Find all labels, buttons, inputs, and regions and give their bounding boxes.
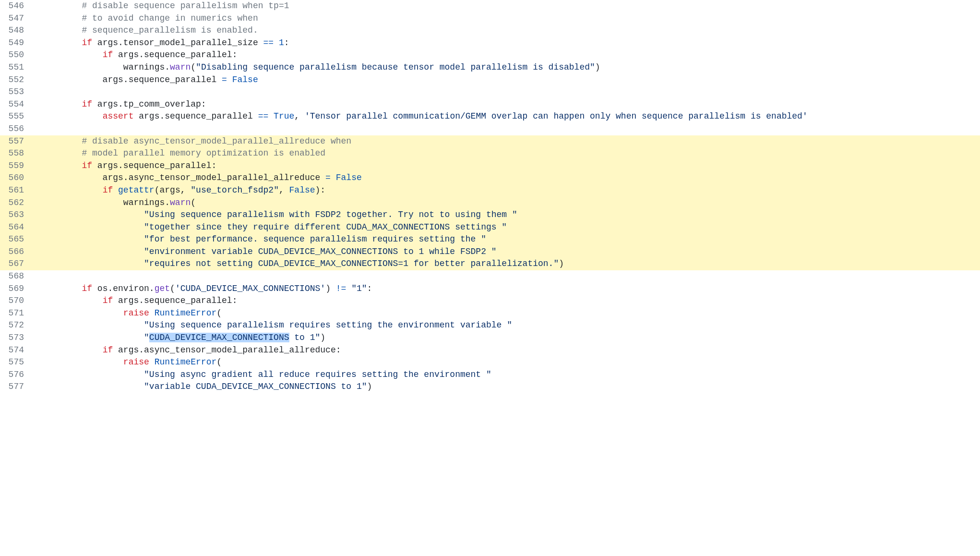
code-line[interactable]: 567 "requires not setting CUDA_DEVICE_MA…: [0, 258, 980, 270]
code-line[interactable]: 547 # to avoid change in numerics when: [0, 12, 980, 25]
code-line[interactable]: 555 assert args.sequence_parallel == Tru…: [0, 110, 980, 123]
line-number[interactable]: 564: [0, 221, 35, 234]
line-content[interactable]: "for best performance. sequence parallel…: [35, 233, 980, 246]
code-line[interactable]: 546 # disable sequence parallelism when …: [0, 0, 980, 12]
line-content[interactable]: # disable async_tensor_model_parallel_al…: [35, 135, 980, 148]
line-number[interactable]: 571: [0, 307, 35, 320]
code-line[interactable]: 550 if args.sequence_parallel:: [0, 49, 980, 61]
code-line[interactable]: 574 if args.async_tensor_model_parallel_…: [0, 344, 980, 357]
code-line[interactable]: 561 if getattr(args, "use_torch_fsdp2", …: [0, 184, 980, 197]
line-number[interactable]: 559: [0, 160, 35, 172]
code-line[interactable]: 577 "variable CUDA_DEVICE_MAX_CONNECTION…: [0, 381, 980, 393]
line-content[interactable]: "CUDA_DEVICE_MAX_CONNECTIONS to 1"): [35, 332, 980, 344]
line-number[interactable]: 548: [0, 24, 35, 37]
line-number[interactable]: 558: [0, 147, 35, 160]
line-number[interactable]: 567: [0, 258, 35, 270]
line-content[interactable]: if os.environ.get('CUDA_DEVICE_MAX_CONNE…: [35, 283, 980, 295]
code-line[interactable]: 565 "for best performance. sequence para…: [0, 233, 980, 246]
code-line[interactable]: 564 "together since they require differe…: [0, 221, 980, 234]
line-number[interactable]: 563: [0, 209, 35, 221]
line-number[interactable]: 560: [0, 172, 35, 184]
line-number[interactable]: 568: [0, 270, 35, 283]
line-content[interactable]: if args.sequence_parallel:: [35, 160, 980, 172]
line-number[interactable]: 561: [0, 184, 35, 197]
line-content[interactable]: "variable CUDA_DEVICE_MAX_CONNECTIONS to…: [35, 381, 980, 393]
line-content[interactable]: if args.async_tensor_model_parallel_allr…: [35, 344, 980, 357]
code-line[interactable]: 563 "Using sequence parallelism with FSD…: [0, 209, 980, 221]
code-line[interactable]: 556: [0, 123, 980, 135]
code-line[interactable]: 553: [0, 86, 980, 98]
line-number[interactable]: 553: [0, 86, 35, 98]
line-number[interactable]: 546: [0, 0, 35, 12]
line-number[interactable]: 549: [0, 37, 35, 49]
line-number[interactable]: 556: [0, 123, 35, 135]
code-line[interactable]: 573 "CUDA_DEVICE_MAX_CONNECTIONS to 1"): [0, 332, 980, 344]
code-line[interactable]: 571 raise RuntimeError(: [0, 307, 980, 320]
code-line[interactable]: 562 warnings.warn(: [0, 197, 980, 209]
line-content[interactable]: if args.tensor_model_parallel_size == 1:: [35, 37, 980, 49]
code-line[interactable]: 570 if args.sequence_parallel:: [0, 295, 980, 307]
code-viewer[interactable]: 546 # disable sequence parallelism when …: [0, 0, 980, 393]
line-content[interactable]: # sequence_parallelism is enabled.: [35, 24, 980, 37]
code-line[interactable]: 549 if args.tensor_model_parallel_size =…: [0, 37, 980, 49]
code-line[interactable]: 566 "environment variable CUDA_DEVICE_MA…: [0, 246, 980, 258]
line-content[interactable]: if args.sequence_parallel:: [35, 295, 980, 307]
line-content[interactable]: # to avoid change in numerics when: [35, 12, 980, 25]
code-line[interactable]: 575 raise RuntimeError(: [0, 356, 980, 369]
line-content[interactable]: [35, 270, 980, 283]
line-number[interactable]: 573: [0, 332, 35, 344]
line-content[interactable]: if args.tp_comm_overlap:: [35, 98, 980, 111]
line-number[interactable]: 555: [0, 110, 35, 123]
line-content[interactable]: if args.sequence_parallel:: [35, 49, 980, 61]
line-content[interactable]: raise RuntimeError(: [35, 307, 980, 320]
line-content[interactable]: "Using sequence parallelism with FSDP2 t…: [35, 209, 980, 221]
line-content[interactable]: "requires not setting CUDA_DEVICE_MAX_CO…: [35, 258, 980, 270]
line-number[interactable]: 572: [0, 319, 35, 332]
line-number[interactable]: 562: [0, 197, 35, 209]
code-line[interactable]: 551 warnings.warn("Disabling sequence pa…: [0, 61, 980, 74]
line-content[interactable]: "Using async gradient all reduce require…: [35, 369, 980, 381]
line-content[interactable]: args.sequence_parallel = False: [35, 74, 980, 86]
line-number[interactable]: 577: [0, 381, 35, 393]
line-content[interactable]: if getattr(args, "use_torch_fsdp2", Fals…: [35, 184, 980, 197]
line-number[interactable]: 547: [0, 12, 35, 25]
code-line[interactable]: 558 # model parallel memory optimization…: [0, 147, 980, 160]
code-line[interactable]: 569 if os.environ.get('CUDA_DEVICE_MAX_C…: [0, 283, 980, 295]
code-token: [40, 370, 144, 379]
line-number[interactable]: 574: [0, 344, 35, 357]
line-number[interactable]: 557: [0, 135, 35, 148]
line-content[interactable]: # model parallel memory optimization is …: [35, 147, 980, 160]
line-content[interactable]: [35, 123, 980, 135]
code-line[interactable]: 560 args.async_tensor_model_parallel_all…: [0, 172, 980, 184]
line-number[interactable]: 551: [0, 61, 35, 74]
code-line[interactable]: 557 # disable async_tensor_model_paralle…: [0, 135, 980, 148]
code-line[interactable]: 572 "Using sequence parallelism requires…: [0, 319, 980, 332]
code-line[interactable]: 552 args.sequence_parallel = False: [0, 74, 980, 86]
line-number[interactable]: 570: [0, 295, 35, 307]
line-number[interactable]: 550: [0, 49, 35, 61]
line-content[interactable]: "together since they require different C…: [35, 221, 980, 234]
code-token: [40, 296, 103, 305]
line-content[interactable]: [35, 86, 980, 98]
line-content[interactable]: raise RuntimeError(: [35, 356, 980, 369]
line-content[interactable]: warnings.warn("Disabling sequence parall…: [35, 61, 980, 74]
line-number[interactable]: 554: [0, 98, 35, 111]
line-number[interactable]: 576: [0, 369, 35, 381]
line-content[interactable]: # disable sequence parallelism when tp=1: [35, 0, 980, 12]
line-number[interactable]: 575: [0, 356, 35, 369]
line-number[interactable]: 569: [0, 283, 35, 295]
code-token: args.sequence_parallel:: [92, 161, 216, 170]
line-number[interactable]: 565: [0, 233, 35, 246]
code-line[interactable]: 559 if args.sequence_parallel:: [0, 160, 980, 172]
code-line[interactable]: 554 if args.tp_comm_overlap:: [0, 98, 980, 111]
line-content[interactable]: "environment variable CUDA_DEVICE_MAX_CO…: [35, 246, 980, 258]
line-number[interactable]: 566: [0, 246, 35, 258]
code-line[interactable]: 576 "Using async gradient all reduce req…: [0, 369, 980, 381]
code-line[interactable]: 548 # sequence_parallelism is enabled.: [0, 24, 980, 37]
line-content[interactable]: warnings.warn(: [35, 197, 980, 209]
line-number[interactable]: 552: [0, 74, 35, 86]
line-content[interactable]: "Using sequence parallelism requires set…: [35, 319, 980, 332]
line-content[interactable]: args.async_tensor_model_parallel_allredu…: [35, 172, 980, 184]
code-line[interactable]: 568: [0, 270, 980, 283]
line-content[interactable]: assert args.sequence_parallel == True, '…: [35, 110, 980, 123]
